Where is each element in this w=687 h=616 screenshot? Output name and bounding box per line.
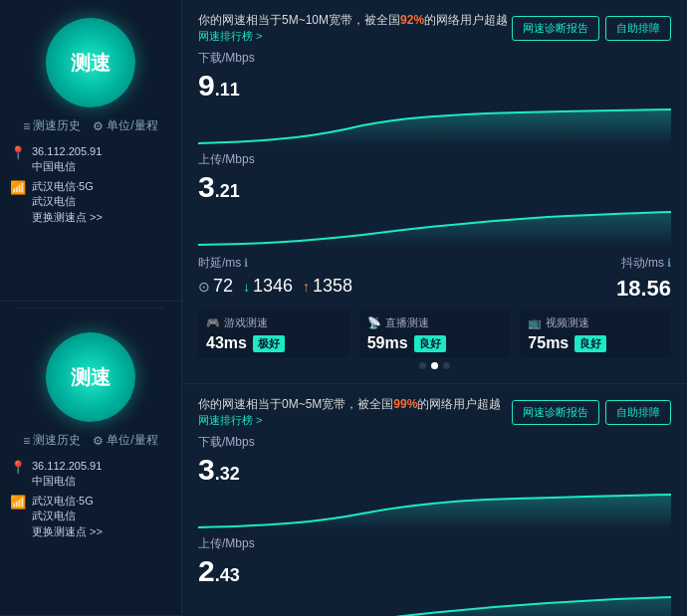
wifi-icon-2: 📶 (10, 495, 26, 510)
change-link-1[interactable]: 更换测速点 >> (32, 210, 103, 225)
speed-button-2[interactable]: 测速 (46, 332, 135, 422)
panel-1-download-chart (198, 105, 671, 145)
panel-2-upload-int: 2 (198, 554, 215, 587)
isp-text-1: 中国电信 (32, 159, 102, 174)
panel-1-diagnose-btn[interactable]: 网速诊断报告 (512, 16, 599, 41)
panel-2-suffix: 的网络用户超越 (417, 397, 501, 411)
history-nav-2[interactable]: ≡ 测速历史 (23, 432, 81, 449)
history-icon-1: ≡ (23, 119, 30, 133)
panel-1-dots (198, 358, 671, 373)
video-icon-1: 📺 (528, 316, 542, 329)
panel-1-upload-label: 上传/Mbps (198, 151, 671, 168)
panel-1-info-text: 你的网速相当于5M~10M宽带，被全国92%的网络用户超越 网速排行榜 > (198, 12, 512, 44)
panel-1-download-dec: .11 (215, 80, 240, 100)
panel-2-download-label: 下载/Mbps (198, 434, 671, 451)
change-link-2[interactable]: 更换测速点 >> (32, 524, 103, 539)
ip-text-1: 36.112.205.91 (32, 144, 102, 159)
video-badge-1: 良好 (574, 335, 606, 352)
panel-1-lat-circle: ⊙ 72 (198, 276, 233, 297)
panel-2-download-int: 3 (198, 453, 215, 486)
lat-down-icon-1: ↓ (243, 279, 250, 295)
panel-1-rank-link[interactable]: 网速排行榜 > (198, 30, 262, 42)
sub-game-title-1: 🎮 游戏测速 (206, 315, 342, 330)
panel-2-upload-chart (198, 591, 671, 616)
panel-1-jitter: 抖动/ms ℹ 18.56 (616, 255, 671, 302)
ip-row-2: 📍 36.112.205.91 中国电信 (10, 459, 171, 490)
panel-1-latency-values: ⊙ 72 ↓ 1346 ↑ 1358 (198, 276, 352, 297)
panel-1-upload-chart (198, 207, 671, 247)
game-badge-1: 极好 (253, 335, 285, 352)
panel-2-assist-btn[interactable]: 自助排障 (605, 400, 671, 425)
panel-1-band-text: 你的网速相当于5M~10M宽带，被全国 (198, 13, 400, 27)
panel-2-rank-link[interactable]: 网速排行榜 > (198, 414, 262, 426)
live-icon-1: 📡 (367, 316, 381, 329)
live-ms-1: 59ms (367, 334, 408, 352)
panel-1-lat-down: ↓ 1346 (243, 276, 293, 297)
panel-1-top: 你的网速相当于5M~10M宽带，被全国92%的网络用户超越 网速排行榜 > 网速… (198, 12, 671, 44)
panel-1-upload: 上传/Mbps 3.21 (198, 151, 671, 247)
panel-1-upload-dec: .21 (215, 181, 240, 201)
location-icon-1: 📍 (10, 145, 26, 160)
sidebar-nav-1: ≡ 测速历史 ⚙ 单位/量程 (23, 117, 157, 134)
history-nav-1[interactable]: ≡ 测速历史 (23, 117, 81, 134)
lat-down-val-1: 1346 (253, 276, 293, 297)
history-label-1: 测速历史 (33, 117, 81, 134)
sub-game-val-1: 43ms 极好 (206, 334, 342, 352)
panel-2-download-value: 3.32 (198, 453, 671, 486)
sub-speed-live-1: 📡 直播测速 59ms 良好 (359, 309, 511, 358)
dot-1-0[interactable] (419, 362, 426, 369)
panel-2-upload-dec: .43 (215, 565, 240, 585)
location-icon-2: 📍 (10, 460, 26, 475)
unit-nav-1[interactable]: ⚙ 单位/量程 (93, 117, 157, 134)
panel-2-percent: 99% (393, 397, 417, 411)
game-ms-1: 43ms (206, 334, 247, 352)
dot-1-1[interactable] (431, 362, 438, 369)
unit-icon-2: ⚙ (93, 434, 104, 448)
panel-2-diagnose-btn[interactable]: 网速诊断报告 (512, 400, 599, 425)
panel-2-upload-value: 2.43 (198, 554, 671, 587)
video-label-1: 视频测速 (546, 315, 589, 330)
dot-1-2[interactable] (443, 362, 450, 369)
network-row-2: 📶 武汉电信·5G 武汉电信 更换测速点 >> (10, 494, 171, 539)
wifi-icon-1: 📶 (10, 180, 26, 195)
network-name-1: 武汉电信·5G (32, 179, 103, 194)
panel-1-download-int: 9 (198, 69, 215, 102)
live-badge-1: 良好 (414, 335, 446, 352)
jitter-label-1: 抖动/ms (621, 255, 664, 272)
game-label-1: 游戏测速 (224, 315, 268, 330)
sub-video-val-1: 75ms 良好 (528, 334, 663, 352)
panel-2-upload-label: 上传/Mbps (198, 535, 671, 552)
video-ms-1: 75ms (528, 334, 569, 352)
sub-video-title-1: 📺 视频测速 (528, 315, 663, 330)
panel-2-top: 你的网速相当于0M~5M宽带，被全国99%的网络用户超越 网速排行榜 > 网速诊… (198, 396, 671, 428)
panel-2: 你的网速相当于0M~5M宽带，被全国99%的网络用户超越 网速排行榜 > 网速诊… (182, 384, 687, 616)
network-row-1: 📶 武汉电信·5G 武汉电信 更换测速点 >> (10, 179, 171, 225)
panel-1-lat-up: ↑ 1358 (303, 276, 352, 297)
ip-row-1: 📍 36.112.205.91 中国电信 (10, 144, 171, 175)
location-text-1: 武汉电信 (32, 194, 103, 209)
panel-1-latency-left: 时延/ms ℹ ⊙ 72 ↓ 1346 ↑ 1358 (198, 255, 352, 297)
unit-label-1: 单位/量程 (107, 117, 157, 134)
panel-2-download-chart (198, 490, 671, 529)
panel-2-band-text: 你的网速相当于0M~5M宽带，被全国 (198, 397, 393, 411)
panel-1: 你的网速相当于5M~10M宽带，被全国92%的网络用户超越 网速排行榜 > 网速… (182, 0, 687, 384)
panel-1-upload-int: 3 (198, 170, 215, 203)
panel-1-percent: 92% (400, 13, 424, 27)
lat-up-val-1: 1358 (313, 276, 352, 297)
sidebar-section-1: 测速 ≡ 测速历史 ⚙ 单位/量程 📍 36.112.205.91 中国电信 📶 (0, 0, 181, 302)
sidebar-info-1: 📍 36.112.205.91 中国电信 📶 武汉电信·5G 武汉电信 更换测速… (10, 144, 171, 229)
unit-icon-1: ⚙ (93, 119, 104, 133)
lat-circle-val-1: 72 (213, 276, 233, 297)
panel-1-assist-btn[interactable]: 自助排障 (605, 16, 671, 41)
lat-up-icon-1: ↑ (303, 279, 310, 295)
speed-button-1[interactable]: 测速 (46, 18, 135, 107)
panel-1-upload-value: 3.21 (198, 170, 671, 203)
panel-1-btns: 网速诊断报告 自助排障 (512, 16, 671, 41)
sidebar-nav-2: ≡ 测速历史 ⚙ 单位/量程 (23, 432, 157, 449)
panel-2-info-text: 你的网速相当于0M~5M宽带，被全国99%的网络用户超越 网速排行榜 > (198, 396, 512, 428)
unit-nav-2[interactable]: ⚙ 单位/量程 (93, 432, 157, 449)
panel-1-jitter-value: 18.56 (616, 276, 671, 302)
panel-1-latency-title: 时延/ms ℹ (198, 255, 352, 272)
panel-1-download: 下载/Mbps 9.11 (198, 50, 671, 145)
live-label-1: 直播测速 (385, 315, 429, 330)
